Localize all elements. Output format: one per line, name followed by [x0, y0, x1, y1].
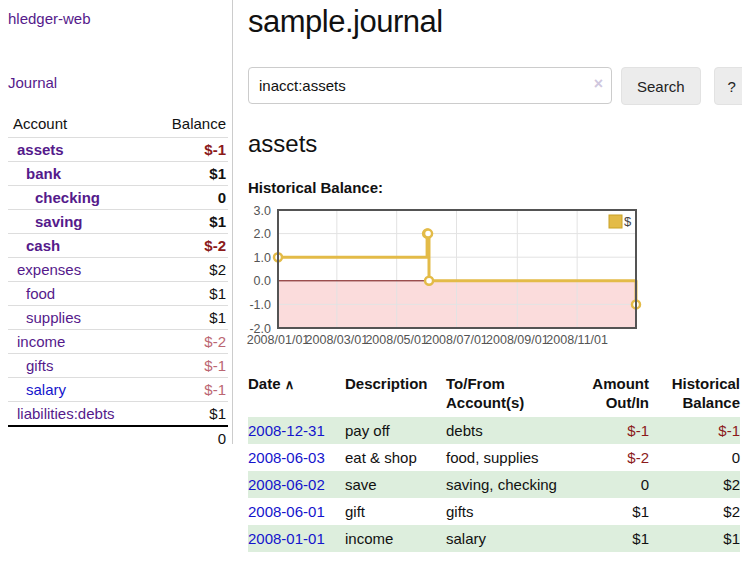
transaction-description: save: [345, 471, 446, 498]
account-balance: $-2: [148, 330, 228, 354]
transaction-balance: $2: [649, 471, 740, 498]
register-header-amount: Amount Out/In: [566, 372, 649, 417]
transaction-description: pay off: [345, 417, 446, 444]
account-row: supplies $1: [8, 306, 228, 330]
sidebar-item-journal[interactable]: Journal: [8, 74, 57, 91]
register-header-row: Date ∧ Description To/From Account(s) Am…: [248, 372, 740, 417]
account-balance: $1: [148, 282, 228, 306]
account-link[interactable]: gifts: [8, 357, 54, 374]
svg-text:0.0: 0.0: [254, 274, 271, 288]
transaction-description: gift: [345, 498, 446, 525]
transaction-date-link[interactable]: 2008-06-03: [248, 449, 325, 466]
clear-search-icon[interactable]: ×: [594, 76, 603, 92]
account-balance: 0: [148, 186, 228, 210]
account-row: income $-2: [8, 330, 228, 354]
date-header-label: Date: [248, 375, 281, 392]
svg-text:2008/11/01: 2008/11/01: [546, 333, 608, 347]
accounts-header-balance: Balance: [148, 112, 228, 138]
page-title: sample.journal: [248, 4, 735, 40]
transaction-row: 2008-12-31 pay off debts $-1 $-1: [248, 417, 740, 444]
accounts-total-spacer: [8, 426, 148, 450]
account-link[interactable]: supplies: [8, 309, 81, 326]
account-balance: $-1: [148, 378, 228, 402]
legend-swatch: [609, 215, 622, 228]
transaction-date-link[interactable]: 2008-12-31: [248, 422, 325, 439]
transaction-accounts: debts: [446, 417, 566, 444]
account-row: food $1: [8, 282, 228, 306]
transaction-row: 2008-06-01 gift gifts $1 $2: [248, 498, 740, 525]
brand-link[interactable]: hledger-web: [8, 10, 91, 27]
help-button[interactable]: ?: [714, 67, 742, 105]
transaction-accounts: salary: [446, 525, 566, 552]
account-row: bank $1: [8, 162, 228, 186]
account-link[interactable]: salary: [8, 381, 66, 398]
transaction-balance: $1: [649, 525, 740, 552]
legend-label: $: [624, 214, 632, 229]
account-link[interactable]: expenses: [8, 261, 81, 278]
search-input[interactable]: [248, 67, 612, 104]
transaction-date-link[interactable]: 2008-06-01: [248, 503, 325, 520]
search-button[interactable]: Search: [621, 67, 701, 105]
account-row: checking 0: [8, 186, 228, 210]
transaction-accounts: food, supplies: [446, 444, 566, 471]
register-header-description: Description: [345, 372, 446, 417]
transaction-amount: 0: [566, 471, 649, 498]
account-title: assets: [248, 130, 735, 158]
account-row: expenses $2: [8, 258, 228, 282]
account-balance: $1: [148, 210, 228, 234]
main-content: sample.journal × Search ? assets Histori…: [233, 0, 741, 552]
account-link[interactable]: checking: [8, 189, 100, 206]
account-balance: $1: [148, 162, 228, 186]
transaction-amount: $-2: [566, 444, 649, 471]
account-row: liabilities:debts $1: [8, 402, 228, 427]
svg-text:3.0: 3.0: [254, 204, 271, 218]
search-input-wrap: ×: [248, 67, 612, 105]
transaction-date-link[interactable]: 2008-01-01: [248, 530, 325, 547]
chart-label: Historical Balance:: [248, 179, 735, 196]
svg-text:2008/01/01: 2008/01/01: [247, 333, 310, 347]
svg-text:2008/07/01: 2008/07/01: [425, 333, 488, 347]
account-balance: $-1: [148, 354, 228, 378]
transaction-balance: $-1: [649, 417, 740, 444]
transaction-row: 2008-06-03 eat & shop food, supplies $-2…: [248, 444, 740, 471]
account-row: salary $-1: [8, 378, 228, 402]
register-header-balance: Historical Balance: [649, 372, 740, 417]
account-link[interactable]: liabilities:debts: [8, 405, 115, 422]
svg-text:2.0: 2.0: [254, 227, 271, 241]
account-row: cash $-2: [8, 234, 228, 258]
transaction-row: 2008-06-02 save saving, checking 0 $2: [248, 471, 740, 498]
transaction-description: income: [345, 525, 446, 552]
account-link[interactable]: saving: [8, 213, 83, 230]
sidebar: hledger-web Journal Account Balance asse…: [0, 0, 233, 444]
account-row: assets $-1: [8, 138, 228, 162]
account-link[interactable]: food: [8, 285, 55, 302]
register-header-date: Date ∧: [248, 372, 345, 417]
historical-balance-chart[interactable]: 3.02.01.00.0-1.0-2.02008/01/012008/03/01…: [244, 206, 644, 356]
svg-text:1.0: 1.0: [254, 251, 271, 265]
transaction-balance: 0: [649, 444, 740, 471]
register-table: Date ∧ Description To/From Account(s) Am…: [248, 372, 740, 552]
accounts-header-line1: To/From: [446, 375, 505, 392]
account-link[interactable]: cash: [8, 237, 60, 254]
transaction-amount: $-1: [566, 417, 649, 444]
account-link[interactable]: bank: [8, 165, 61, 182]
svg-text:2008/09/01: 2008/09/01: [486, 333, 549, 347]
account-balance: $2: [148, 258, 228, 282]
account-link[interactable]: assets: [8, 141, 64, 158]
account-balance: $1: [148, 306, 228, 330]
transaction-date-link[interactable]: 2008-06-02: [248, 476, 325, 493]
accounts-total-value: 0: [148, 426, 228, 450]
svg-text:2008/05/01: 2008/05/01: [365, 333, 428, 347]
transaction-accounts: saving, checking: [446, 471, 566, 498]
accounts-total-row: 0: [8, 426, 228, 450]
transaction-amount: $1: [566, 498, 649, 525]
accounts-header-row: Account Balance: [8, 112, 228, 138]
account-balance: $1: [148, 402, 228, 427]
transaction-row: 2008-01-01 income salary $1 $1: [248, 525, 740, 552]
transaction-accounts: gifts: [446, 498, 566, 525]
hledger-web-app: hledger-web Journal Account Balance asse…: [0, 0, 742, 552]
accounts-table: Account Balance assets $-1 bank $1 check…: [8, 112, 228, 450]
account-link[interactable]: income: [8, 333, 65, 350]
register-header-accounts: To/From Account(s): [446, 372, 566, 417]
balance-header-line1: Historical: [672, 375, 740, 392]
